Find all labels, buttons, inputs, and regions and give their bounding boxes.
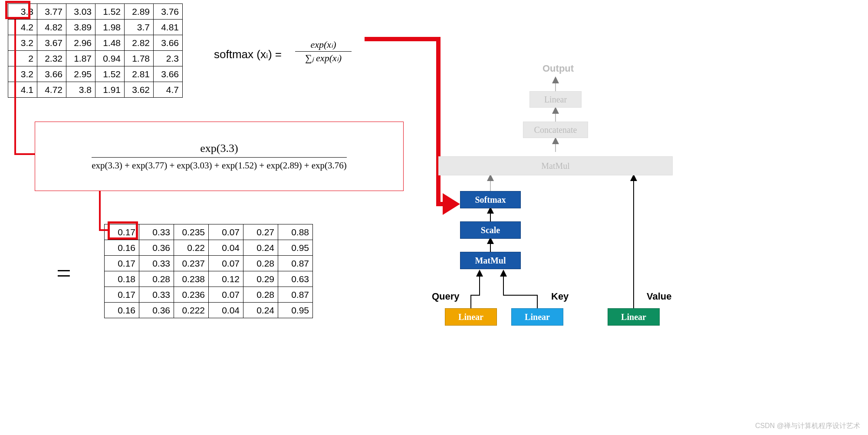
table-cell: 3.67 [37, 35, 66, 51]
table-cell: 1.48 [95, 35, 125, 51]
table-cell: 1.52 [95, 4, 125, 20]
softmax-formula-fraction: exp(xᵢ) ∑ⱼ exp(xᵢ) [295, 39, 352, 64]
table-cell: 1.98 [95, 20, 125, 35]
table-cell: 0.222 [174, 303, 209, 318]
table-cell: 3.66 [37, 66, 66, 82]
table-cell: 2 [8, 51, 37, 66]
table-cell: 3.77 [37, 4, 66, 20]
softmax-numer: exp(xᵢ) [295, 39, 352, 50]
table-cell: 3.66 [154, 35, 183, 51]
input-matrix-table: 3.33.773.031.522.893.764.24.823.891.983.… [8, 3, 183, 98]
table-cell: 0.33 [139, 224, 174, 240]
table-cell: 1.52 [95, 66, 125, 82]
table-cell: 4.7 [154, 82, 183, 98]
table-cell: 0.17 [105, 287, 139, 303]
table-cell: 0.27 [243, 224, 278, 240]
input-highlight [5, 1, 30, 19]
table-cell: 0.16 [105, 303, 139, 318]
table-cell: 4.82 [37, 20, 66, 35]
table-cell: 0.237 [174, 256, 209, 271]
table-cell: 0.24 [243, 240, 278, 256]
table-cell: 0.33 [139, 287, 174, 303]
table-cell: 2.3 [154, 51, 183, 66]
arch-concatenate: Concatenate [523, 122, 588, 138]
table-cell: 0.33 [139, 256, 174, 271]
arch-softmax: Softmax [460, 191, 521, 208]
table-cell: 0.12 [209, 271, 243, 287]
table-cell: 0.95 [278, 303, 313, 318]
arch-linear-v: Linear [608, 308, 660, 326]
table-cell: 0.16 [105, 240, 139, 256]
table-cell: 0.04 [209, 240, 243, 256]
arch-output-label: Output [542, 63, 574, 74]
table-cell: 3.2 [8, 66, 37, 82]
arch-scale: Scale [460, 221, 521, 239]
arch-query-label: Query [432, 291, 460, 302]
arch-linear-q: Linear [445, 308, 497, 326]
table-cell: 3.89 [66, 20, 95, 35]
watermark: CSDN @禅与计算机程序设计艺术 [755, 422, 860, 431]
output-highlight [108, 221, 138, 240]
arch-matmul-bottom: MatMul [460, 252, 521, 269]
table-cell: 0.28 [243, 256, 278, 271]
table-cell: 1.91 [95, 82, 125, 98]
table-cell: 3.03 [66, 4, 95, 20]
table-cell: 0.22 [174, 240, 209, 256]
table-cell: 0.63 [278, 271, 313, 287]
arch-matmul-top: MatMul [438, 156, 673, 175]
table-cell: 2.95 [66, 66, 95, 82]
attention-architecture-diagram: Output Linear Concatenate MatMul Softmax… [434, 65, 720, 334]
table-cell: 0.238 [174, 271, 209, 287]
table-cell: 0.87 [278, 256, 313, 271]
table-cell: 2.82 [125, 35, 154, 51]
table-cell: 0.88 [278, 224, 313, 240]
arch-linear-k: Linear [511, 308, 563, 326]
table-cell: 0.29 [243, 271, 278, 287]
detail-numer: exp(3.3) [92, 142, 347, 157]
table-cell: 2.81 [125, 66, 154, 82]
equals-sign: = [56, 258, 71, 288]
table-cell: 3.66 [154, 66, 183, 82]
table-cell: 0.18 [105, 271, 139, 287]
detail-denom: exp(3.3) + exp(3.77) + exp(3.03) + exp(1… [92, 158, 347, 171]
table-cell: 0.94 [95, 51, 125, 66]
table-cell: 0.04 [209, 303, 243, 318]
table-cell: 2.89 [125, 4, 154, 20]
table-cell: 0.07 [209, 224, 243, 240]
table-cell: 4.2 [8, 20, 37, 35]
table-cell: 0.28 [243, 287, 278, 303]
arch-linear-top: Linear [529, 91, 582, 108]
arch-value-label: Value [647, 291, 671, 302]
softmax-denom: ∑ⱼ exp(xᵢ) [295, 53, 352, 64]
table-cell: 3.76 [154, 4, 183, 20]
arch-key-label: Key [551, 291, 569, 302]
table-cell: 4.81 [154, 20, 183, 35]
softmax-formula-lhs: softmax (xᵢ) = [214, 48, 282, 61]
detail-formula-box: exp(3.3) exp(3.3) + exp(3.77) + exp(3.03… [35, 122, 404, 191]
table-cell: 4.1 [8, 82, 37, 98]
table-cell: 3.8 [66, 82, 95, 98]
table-cell: 2.96 [66, 35, 95, 51]
table-cell: 0.17 [105, 256, 139, 271]
table-cell: 1.87 [66, 51, 95, 66]
table-cell: 0.07 [209, 256, 243, 271]
table-cell: 0.36 [139, 303, 174, 318]
table-cell: 4.72 [37, 82, 66, 98]
table-cell: 3.62 [125, 82, 154, 98]
table-cell: 0.87 [278, 287, 313, 303]
table-cell: 0.236 [174, 287, 209, 303]
table-cell: 0.24 [243, 303, 278, 318]
table-cell: 0.07 [209, 287, 243, 303]
table-cell: 0.235 [174, 224, 209, 240]
table-cell: 1.78 [125, 51, 154, 66]
table-cell: 3.2 [8, 35, 37, 51]
table-cell: 3.7 [125, 20, 154, 35]
table-cell: 0.28 [139, 271, 174, 287]
table-cell: 0.36 [139, 240, 174, 256]
table-cell: 0.95 [278, 240, 313, 256]
table-cell: 2.32 [37, 51, 66, 66]
